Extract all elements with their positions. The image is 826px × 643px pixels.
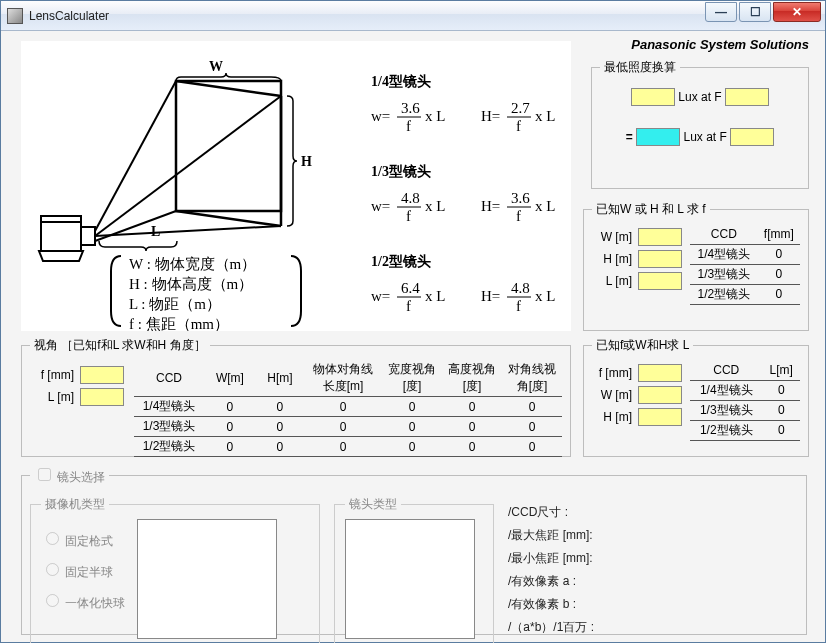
svg-text:4.8: 4.8 bbox=[511, 280, 530, 296]
cam-listbox[interactable] bbox=[137, 519, 277, 639]
lux-label-1: Lux at F bbox=[678, 90, 721, 104]
fieldset-angle: 视角 ［已知f和L 求W和H 角度］ f [mm] L [m] CCD W[m]… bbox=[21, 337, 571, 457]
formula-group: 1/4型镜头 w= 3.6 f x L H= 2.7 f x L 1/3型镜头 … bbox=[371, 73, 555, 314]
titlebar: LensCalculater — ☐ ✕ bbox=[1, 1, 825, 31]
svg-text:x L: x L bbox=[535, 198, 555, 214]
maximize-button[interactable]: ☐ bbox=[739, 2, 771, 22]
sub-fieldset-lenstype: 镜头类型 bbox=[334, 496, 494, 643]
lux-legend: 最低照度换算 bbox=[600, 59, 680, 76]
svg-text:x L: x L bbox=[425, 198, 445, 214]
svg-text:1/4型镜头: 1/4型镜头 bbox=[371, 73, 431, 89]
table-row: 1/3型镜头000000 bbox=[134, 417, 562, 437]
def-h: H : 物体高度（m） bbox=[129, 276, 253, 292]
svg-text:f: f bbox=[406, 118, 411, 134]
svg-text:2.7: 2.7 bbox=[511, 100, 530, 116]
svg-text:4.8: 4.8 bbox=[401, 190, 420, 206]
spec-labels: /CCD尺寸 : /最大焦距 [mm]: /最小焦距 [mm]: /有效像素 a… bbox=[508, 496, 594, 643]
angle-input-f[interactable] bbox=[80, 366, 124, 384]
def-f: f : 焦距（mm） bbox=[129, 316, 229, 331]
calc-f-input-l[interactable] bbox=[638, 272, 682, 290]
calc-l-lab-f: f [mm] bbox=[592, 366, 632, 380]
def-w: W : 物体宽度（m） bbox=[129, 256, 256, 272]
svg-rect-0 bbox=[41, 221, 81, 251]
svg-text:x L: x L bbox=[535, 108, 555, 124]
def-l: L : 物距（m） bbox=[129, 296, 221, 312]
angle-table: CCD W[m] H[m] 物体对角线长度[m] 宽度视角[度] 高度视角[度]… bbox=[134, 360, 562, 457]
svg-text:f: f bbox=[406, 298, 411, 314]
svg-text:w=: w= bbox=[371, 198, 390, 214]
fieldset-calc-f: 已知W 或 H 和 L 求 f W [m] H [m] L [m] CCDf[m… bbox=[583, 201, 809, 331]
svg-text:3.6: 3.6 bbox=[401, 100, 420, 116]
close-button[interactable]: ✕ bbox=[773, 2, 821, 22]
svg-rect-2 bbox=[81, 227, 95, 245]
lux-out bbox=[636, 128, 680, 146]
svg-line-4 bbox=[95, 81, 176, 231]
svg-text:1/2型镜头: 1/2型镜头 bbox=[371, 253, 431, 269]
spec-ccd: /CCD尺寸 : bbox=[508, 504, 594, 521]
radio-fixed-dome[interactable]: 固定半球 bbox=[41, 565, 113, 579]
diagram-panel: W H L W : 物体宽度（m） H : 物体高度（m） L : 物距（m） … bbox=[21, 41, 571, 331]
fieldset-lux: 最低照度换算 Lux at F = Lux at F bbox=[591, 59, 809, 189]
calc-f-lab-l: L [m] bbox=[592, 274, 632, 288]
minimize-button[interactable]: — bbox=[705, 2, 737, 22]
camtype-legend: 摄像机类型 bbox=[41, 496, 109, 513]
diagram-label-w: W bbox=[209, 59, 223, 74]
angle-legend: 视角 ［已知f和L 求W和H 角度］ bbox=[30, 337, 210, 354]
calc-f-table: CCDf[mm] 1/4型镜头0 1/3型镜头0 1/2型镜头0 bbox=[690, 224, 800, 305]
svg-text:f: f bbox=[516, 208, 521, 224]
lenstype-legend: 镜头类型 bbox=[345, 496, 401, 513]
svg-line-6 bbox=[95, 96, 281, 236]
svg-text:6.4: 6.4 bbox=[401, 280, 420, 296]
svg-marker-3 bbox=[39, 251, 83, 261]
calc-l-input-f[interactable] bbox=[638, 364, 682, 382]
calc-f-legend: 已知W 或 H 和 L 求 f bbox=[592, 201, 710, 218]
svg-text:H=: H= bbox=[481, 288, 500, 304]
lux-in1[interactable] bbox=[631, 88, 675, 106]
svg-text:w=: w= bbox=[371, 108, 390, 124]
spec-pxa: /有效像素 a : bbox=[508, 573, 594, 590]
svg-text:f: f bbox=[406, 208, 411, 224]
svg-text:f: f bbox=[516, 298, 521, 314]
calc-l-table: CCDL[m] 1/4型镜头0 1/3型镜头0 1/2型镜头0 bbox=[690, 360, 800, 441]
window-title: LensCalculater bbox=[29, 9, 705, 23]
lens-checkbox[interactable]: 镜头选择 bbox=[34, 470, 105, 484]
table-row: 1/4型镜头000000 bbox=[134, 397, 562, 417]
spec-maxf: /最大焦距 [mm]: bbox=[508, 527, 594, 544]
calc-f-input-w[interactable] bbox=[638, 228, 682, 246]
svg-text:H=: H= bbox=[481, 108, 500, 124]
table-row: 1/2型镜头000000 bbox=[134, 437, 562, 457]
spec-minf: /最小焦距 [mm]: bbox=[508, 550, 594, 567]
calc-l-input-h[interactable] bbox=[638, 408, 682, 426]
sub-fieldset-camtype: 摄像机类型 固定枪式 固定半球 一体化快球 bbox=[30, 496, 320, 643]
diagram-label-h: H bbox=[301, 154, 312, 169]
lux-eq: = bbox=[626, 130, 633, 144]
svg-text:f: f bbox=[516, 118, 521, 134]
svg-text:x L: x L bbox=[425, 288, 445, 304]
calc-l-lab-h: H [m] bbox=[592, 410, 632, 424]
lux-f1[interactable] bbox=[725, 88, 769, 106]
angle-lab-f: f [mm] bbox=[30, 368, 74, 382]
svg-text:1/3型镜头: 1/3型镜头 bbox=[371, 163, 431, 179]
svg-text:w=: w= bbox=[371, 288, 390, 304]
angle-input-l[interactable] bbox=[80, 388, 124, 406]
svg-text:x L: x L bbox=[425, 108, 445, 124]
lens-listbox[interactable] bbox=[345, 519, 475, 639]
angle-lab-l: L [m] bbox=[30, 390, 74, 404]
radio-fixed-gun[interactable]: 固定枪式 bbox=[41, 534, 113, 548]
app-icon bbox=[7, 8, 23, 24]
calc-f-lab-w: W [m] bbox=[592, 230, 632, 244]
svg-rect-1 bbox=[41, 216, 81, 222]
svg-line-9 bbox=[176, 81, 281, 96]
fieldset-calc-l: 已知f或W和H求 L f [mm] W [m] H [m] CCDL[m] 1/… bbox=[583, 337, 809, 457]
radio-ptz[interactable]: 一体化快球 bbox=[41, 596, 125, 610]
calc-l-legend: 已知f或W和H求 L bbox=[592, 337, 693, 354]
lux-label-2: Lux at F bbox=[684, 130, 727, 144]
calc-f-input-h[interactable] bbox=[638, 250, 682, 268]
calc-l-input-w[interactable] bbox=[638, 386, 682, 404]
svg-text:x L: x L bbox=[535, 288, 555, 304]
spec-pxb: /有效像素 b : bbox=[508, 596, 594, 613]
fieldset-lens: 镜头选择 摄像机类型 固定枪式 固定半球 一体化快球 镜头类型 bbox=[21, 465, 807, 635]
lux-f2[interactable] bbox=[730, 128, 774, 146]
svg-text:H=: H= bbox=[481, 198, 500, 214]
spec-mp: /（a*b）/1百万 : bbox=[508, 619, 594, 636]
